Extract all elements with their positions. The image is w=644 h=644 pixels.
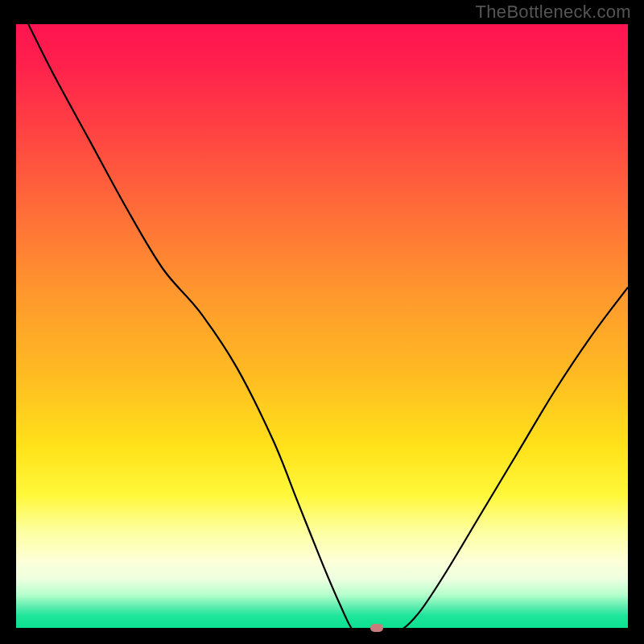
bottleneck-curve [16,24,628,636]
chart-frame: TheBottleneck.com [0,0,644,644]
curve-path [28,24,628,636]
plot-area [16,24,628,628]
watermark-text: TheBottleneck.com [476,2,631,23]
optimal-point-marker [370,624,383,632]
